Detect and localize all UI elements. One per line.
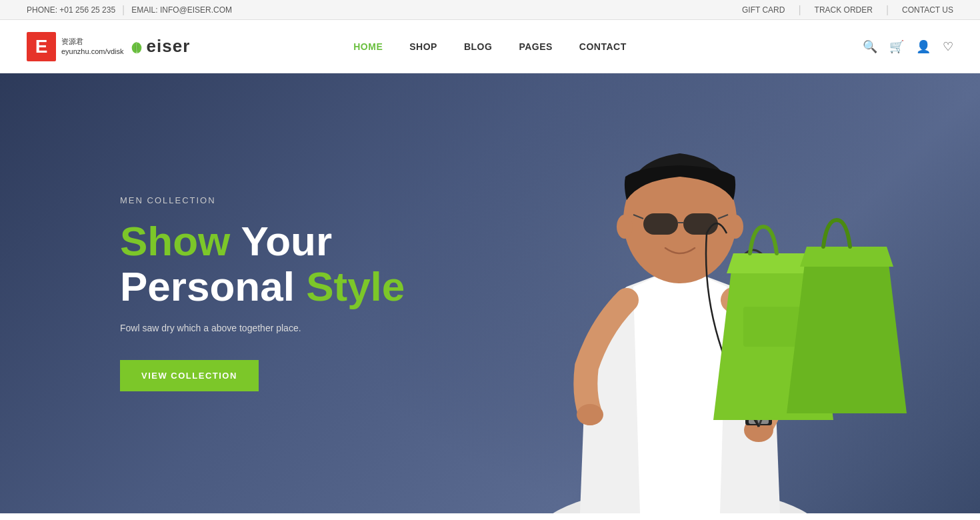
nav-contact[interactable]: CONTACT xyxy=(579,41,627,52)
contact-us-link[interactable]: CONTACT US xyxy=(902,5,953,15)
hero-subtitle: Fowl saw dry which a above together plac… xyxy=(120,323,360,333)
search-icon[interactable]: 🔍 xyxy=(863,39,877,54)
gift-card-link[interactable]: GIFT CARD xyxy=(742,5,785,15)
email-info: EMAIL: INFO@EISER.COM xyxy=(131,5,232,15)
wishlist-icon[interactable]: ♡ xyxy=(943,39,953,54)
logo-leaf-icon xyxy=(129,39,144,54)
nav-blog[interactable]: BLOG xyxy=(464,41,492,52)
hero-content: MEN COLLECTION Show Your Personal Style … xyxy=(0,195,405,391)
cart-icon[interactable]: 🛒 xyxy=(889,39,904,54)
hero-person-area xyxy=(380,73,980,513)
top-bar: PHONE: +01 256 25 235 | EMAIL: INFO@EISE… xyxy=(0,0,980,20)
track-order-link[interactable]: TRACK ORDER xyxy=(815,5,873,15)
logo-area[interactable]: E 资源君 eyunzhu.com/vdisk eiser xyxy=(27,32,190,61)
user-icon[interactable]: 👤 xyxy=(916,39,931,54)
svg-rect-16 xyxy=(743,307,803,347)
nav-shop[interactable]: SHOP xyxy=(409,41,437,52)
hero-label: MEN COLLECTION xyxy=(120,195,405,205)
hero-title-white2: Personal xyxy=(120,263,295,309)
logo-text-stack: 资源君 eyunzhu.com/vdisk xyxy=(61,37,124,56)
nav-pages[interactable]: PAGES xyxy=(519,41,552,52)
view-collection-button[interactable]: VIEW COLLECTION xyxy=(120,360,259,391)
logo-name: eiser xyxy=(129,36,191,57)
logo-letter-box: E xyxy=(27,32,56,61)
main-nav: HOME SHOP BLOG PAGES CONTACT xyxy=(353,41,627,52)
svg-point-17 xyxy=(577,404,603,425)
hero-title-green1: Show xyxy=(120,218,230,264)
top-sep-1: | xyxy=(122,4,125,16)
hero-person-svg xyxy=(380,73,980,513)
hero-title-green2: Style xyxy=(306,263,405,309)
logo-url: eyunzhu.com/vdisk xyxy=(61,47,124,56)
svg-point-12 xyxy=(727,215,743,239)
svg-rect-6 xyxy=(643,213,678,235)
header-icons: 🔍 🛒 👤 ♡ xyxy=(863,39,953,54)
site-header: E 资源君 eyunzhu.com/vdisk eiser HOME SHOP … xyxy=(0,20,980,73)
logo-brand-name: eiser xyxy=(147,36,191,57)
top-sep-3: | xyxy=(886,4,889,16)
hero-title: Show Your Personal Style xyxy=(120,219,405,309)
svg-point-11 xyxy=(617,215,633,239)
top-sep-2: | xyxy=(798,4,801,16)
hero-title-w1: Your xyxy=(241,218,332,264)
nav-home[interactable]: HOME xyxy=(353,41,383,52)
hero-section: MEN COLLECTION Show Your Personal Style … xyxy=(0,73,980,513)
logo-chinese: 资源君 xyxy=(61,37,124,46)
phone-info: PHONE: +01 256 25 235 xyxy=(27,5,115,15)
